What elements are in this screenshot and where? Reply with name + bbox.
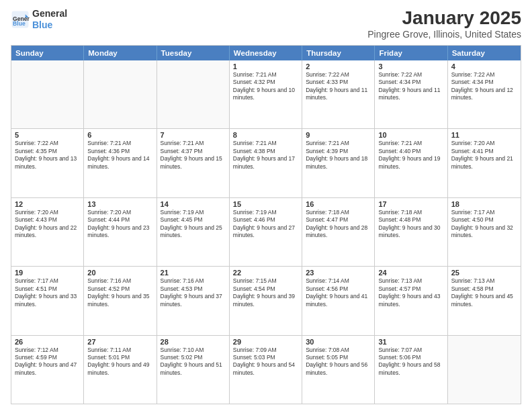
day-cell-empty bbox=[157, 60, 230, 128]
header-day-friday: Friday bbox=[375, 46, 447, 60]
day-number: 29 bbox=[233, 338, 298, 346]
calendar-subtitle: Pingree Grove, Illinois, United States bbox=[367, 29, 521, 40]
day-number: 5 bbox=[15, 131, 80, 139]
day-info: Sunrise: 7:22 AM Sunset: 4:33 PM Dayligh… bbox=[306, 71, 371, 102]
day-number: 17 bbox=[378, 200, 443, 208]
header-day-sunday: Sunday bbox=[11, 46, 84, 60]
day-cell-13: 13Sunrise: 7:20 AM Sunset: 4:44 PM Dayli… bbox=[84, 198, 157, 266]
day-info: Sunrise: 7:16 AM Sunset: 4:53 PM Dayligh… bbox=[161, 277, 226, 308]
week-row-5: 26Sunrise: 7:12 AM Sunset: 4:59 PM Dayli… bbox=[11, 336, 521, 404]
calendar: SundayMondayTuesdayWednesdayThursdayFrid… bbox=[11, 45, 521, 404]
logo-text-general: General bbox=[32, 8, 67, 19]
day-number: 21 bbox=[161, 269, 226, 277]
day-cell-19: 19Sunrise: 7:17 AM Sunset: 4:51 PM Dayli… bbox=[11, 267, 84, 334]
day-info: Sunrise: 7:21 AM Sunset: 4:39 PM Dayligh… bbox=[306, 140, 371, 171]
header-day-wednesday: Wednesday bbox=[230, 46, 302, 60]
day-number: 8 bbox=[233, 131, 298, 139]
day-cell-14: 14Sunrise: 7:19 AM Sunset: 4:45 PM Dayli… bbox=[157, 198, 230, 266]
day-cell-27: 27Sunrise: 7:11 AM Sunset: 5:01 PM Dayli… bbox=[84, 336, 157, 404]
day-cell-17: 17Sunrise: 7:18 AM Sunset: 4:48 PM Dayli… bbox=[375, 198, 447, 266]
day-cell-6: 6Sunrise: 7:21 AM Sunset: 4:36 PM Daylig… bbox=[84, 129, 157, 197]
day-number: 9 bbox=[306, 131, 371, 139]
logo: General Blue General Blue bbox=[11, 8, 67, 31]
day-cell-25: 25Sunrise: 7:13 AM Sunset: 4:58 PM Dayli… bbox=[448, 267, 521, 334]
day-number: 11 bbox=[451, 131, 517, 139]
day-number: 14 bbox=[161, 200, 226, 208]
day-info: Sunrise: 7:13 AM Sunset: 4:57 PM Dayligh… bbox=[378, 277, 443, 308]
day-cell-empty bbox=[84, 60, 157, 128]
day-cell-28: 28Sunrise: 7:10 AM Sunset: 5:02 PM Dayli… bbox=[157, 336, 230, 404]
day-cell-empty bbox=[11, 60, 84, 128]
day-info: Sunrise: 7:20 AM Sunset: 4:43 PM Dayligh… bbox=[15, 209, 80, 240]
day-info: Sunrise: 7:17 AM Sunset: 4:51 PM Dayligh… bbox=[15, 277, 80, 308]
day-number: 4 bbox=[451, 62, 517, 71]
day-info: Sunrise: 7:19 AM Sunset: 4:46 PM Dayligh… bbox=[233, 209, 298, 240]
day-info: Sunrise: 7:16 AM Sunset: 4:52 PM Dayligh… bbox=[87, 277, 152, 308]
day-cell-22: 22Sunrise: 7:15 AM Sunset: 4:54 PM Dayli… bbox=[230, 267, 302, 334]
week-row-1: 1Sunrise: 7:21 AM Sunset: 4:32 PM Daylig… bbox=[11, 60, 521, 129]
day-cell-7: 7Sunrise: 7:21 AM Sunset: 4:37 PM Daylig… bbox=[157, 129, 230, 197]
day-cell-30: 30Sunrise: 7:08 AM Sunset: 5:05 PM Dayli… bbox=[302, 336, 375, 404]
calendar-title: January 2025 bbox=[367, 8, 521, 29]
day-cell-4: 4Sunrise: 7:22 AM Sunset: 4:34 PM Daylig… bbox=[448, 60, 521, 128]
day-cell-12: 12Sunrise: 7:20 AM Sunset: 4:43 PM Dayli… bbox=[11, 198, 84, 266]
day-cell-23: 23Sunrise: 7:14 AM Sunset: 4:56 PM Dayli… bbox=[302, 267, 375, 334]
day-info: Sunrise: 7:13 AM Sunset: 4:58 PM Dayligh… bbox=[451, 277, 517, 308]
day-info: Sunrise: 7:15 AM Sunset: 4:54 PM Dayligh… bbox=[233, 277, 298, 308]
day-cell-21: 21Sunrise: 7:16 AM Sunset: 4:53 PM Dayli… bbox=[157, 267, 230, 334]
logo-icon: General Blue bbox=[11, 10, 30, 29]
day-number: 24 bbox=[378, 269, 443, 277]
day-cell-9: 9Sunrise: 7:21 AM Sunset: 4:39 PM Daylig… bbox=[302, 129, 375, 197]
calendar-body: 1Sunrise: 7:21 AM Sunset: 4:32 PM Daylig… bbox=[11, 60, 521, 404]
day-info: Sunrise: 7:10 AM Sunset: 5:02 PM Dayligh… bbox=[161, 347, 226, 377]
logo-text-blue: Blue bbox=[32, 19, 67, 31]
calendar-header: SundayMondayTuesdayWednesdayThursdayFrid… bbox=[11, 46, 521, 60]
day-info: Sunrise: 7:14 AM Sunset: 4:56 PM Dayligh… bbox=[306, 277, 371, 308]
day-number: 16 bbox=[306, 200, 371, 208]
day-info: Sunrise: 7:21 AM Sunset: 4:32 PM Dayligh… bbox=[233, 71, 298, 102]
day-info: Sunrise: 7:11 AM Sunset: 5:01 PM Dayligh… bbox=[87, 347, 152, 377]
day-number: 30 bbox=[306, 338, 371, 346]
day-number: 20 bbox=[87, 269, 152, 277]
day-cell-24: 24Sunrise: 7:13 AM Sunset: 4:57 PM Dayli… bbox=[375, 267, 447, 334]
day-number: 1 bbox=[233, 62, 298, 71]
header-day-tuesday: Tuesday bbox=[157, 46, 230, 60]
day-info: Sunrise: 7:22 AM Sunset: 4:34 PM Dayligh… bbox=[378, 71, 443, 102]
svg-text:Blue: Blue bbox=[13, 20, 26, 27]
day-info: Sunrise: 7:09 AM Sunset: 5:03 PM Dayligh… bbox=[233, 347, 298, 377]
day-info: Sunrise: 7:08 AM Sunset: 5:05 PM Dayligh… bbox=[306, 347, 371, 377]
header-day-thursday: Thursday bbox=[302, 46, 375, 60]
day-number: 27 bbox=[87, 338, 152, 346]
day-cell-29: 29Sunrise: 7:09 AM Sunset: 5:03 PM Dayli… bbox=[230, 336, 302, 404]
day-number: 28 bbox=[161, 338, 226, 346]
day-number: 7 bbox=[161, 131, 226, 139]
day-number: 31 bbox=[378, 338, 443, 346]
title-block: January 2025 Pingree Grove, Illinois, Un… bbox=[367, 8, 521, 40]
day-info: Sunrise: 7:18 AM Sunset: 4:47 PM Dayligh… bbox=[306, 209, 371, 240]
day-cell-2: 2Sunrise: 7:22 AM Sunset: 4:33 PM Daylig… bbox=[302, 60, 375, 128]
day-cell-8: 8Sunrise: 7:21 AM Sunset: 4:38 PM Daylig… bbox=[230, 129, 302, 197]
day-number: 13 bbox=[87, 200, 152, 208]
day-info: Sunrise: 7:21 AM Sunset: 4:36 PM Dayligh… bbox=[87, 140, 152, 171]
day-cell-10: 10Sunrise: 7:21 AM Sunset: 4:40 PM Dayli… bbox=[375, 129, 447, 197]
week-row-2: 5Sunrise: 7:22 AM Sunset: 4:35 PM Daylig… bbox=[11, 129, 521, 197]
day-info: Sunrise: 7:07 AM Sunset: 5:06 PM Dayligh… bbox=[378, 347, 443, 377]
week-row-3: 12Sunrise: 7:20 AM Sunset: 4:43 PM Dayli… bbox=[11, 198, 521, 267]
day-number: 15 bbox=[233, 200, 298, 208]
day-cell-18: 18Sunrise: 7:17 AM Sunset: 4:50 PM Dayli… bbox=[448, 198, 521, 266]
week-row-4: 19Sunrise: 7:17 AM Sunset: 4:51 PM Dayli… bbox=[11, 267, 521, 335]
day-cell-26: 26Sunrise: 7:12 AM Sunset: 4:59 PM Dayli… bbox=[11, 336, 84, 404]
day-info: Sunrise: 7:12 AM Sunset: 4:59 PM Dayligh… bbox=[15, 347, 80, 377]
day-info: Sunrise: 7:20 AM Sunset: 4:44 PM Dayligh… bbox=[87, 209, 152, 240]
day-number: 23 bbox=[306, 269, 371, 277]
day-cell-empty bbox=[448, 336, 521, 404]
day-number: 2 bbox=[306, 62, 371, 71]
day-info: Sunrise: 7:22 AM Sunset: 4:35 PM Dayligh… bbox=[15, 140, 80, 171]
day-number: 25 bbox=[451, 269, 517, 277]
day-number: 19 bbox=[15, 269, 80, 277]
day-number: 22 bbox=[233, 269, 298, 277]
day-cell-11: 11Sunrise: 7:20 AM Sunset: 4:41 PM Dayli… bbox=[448, 129, 521, 197]
page: General Blue General Blue January 2025 P… bbox=[0, 0, 532, 411]
day-info: Sunrise: 7:21 AM Sunset: 4:40 PM Dayligh… bbox=[378, 140, 443, 171]
day-number: 10 bbox=[378, 131, 443, 139]
